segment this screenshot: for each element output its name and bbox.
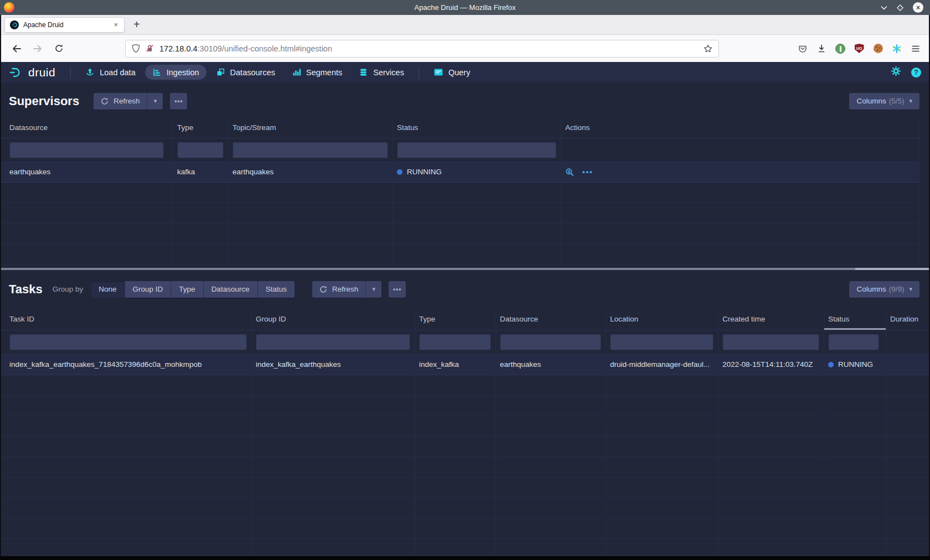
back-button[interactable]: [8, 44, 25, 54]
tab-close-button[interactable]: ×: [112, 20, 119, 29]
column-header-type[interactable]: Type: [173, 117, 229, 138]
filter-input-task-id[interactable]: [9, 334, 247, 350]
column-header-actions[interactable]: Actions: [561, 117, 919, 138]
column-header-group-id[interactable]: Group ID: [252, 308, 415, 330]
nav-item-query[interactable]: Query: [426, 65, 478, 80]
filter-input-topic-stream[interactable]: [232, 142, 388, 158]
druid-logo-icon: [9, 65, 23, 80]
column-header-task-id[interactable]: Task ID: [0, 308, 252, 330]
reload-button[interactable]: [50, 44, 68, 53]
supervisors-more-button[interactable]: •••: [170, 93, 187, 110]
empty-row: [0, 396, 930, 416]
nav-item-datasources[interactable]: Datasources: [209, 65, 282, 80]
cell-location: druid-middlemanager-defaul...: [606, 354, 719, 375]
column-header-status[interactable]: Status: [393, 117, 561, 138]
group-by-none-button[interactable]: None: [91, 281, 125, 298]
cell-status: RUNNING: [824, 354, 886, 375]
supervisor-row[interactable]: earthquakes kafka earthquakes RUNNING ••…: [0, 162, 919, 183]
inspect-magnifier-button[interactable]: [565, 168, 574, 177]
running-status-dot: [828, 362, 834, 367]
tracking-protection-shield-icon[interactable]: [131, 44, 141, 53]
nav-item-services[interactable]: Services: [352, 65, 411, 80]
supervisors-header: Supervisors Refresh ▾ ••• Columns (5/5) …: [0, 82, 930, 117]
group-by-type-button[interactable]: Type: [171, 281, 203, 298]
browser-tab-apache-druid[interactable]: Apache Druid ×: [4, 17, 125, 33]
nav-item-load-data[interactable]: Load data: [78, 65, 143, 80]
pocket-button[interactable]: [797, 43, 808, 54]
firefox-logo-icon: [4, 2, 14, 13]
new-tab-button[interactable]: +: [133, 18, 140, 31]
ublock-button[interactable]: UO: [854, 43, 865, 54]
window-edge: [0, 556, 930, 560]
group-by-group-id-button[interactable]: Group ID: [125, 281, 172, 298]
row-more-actions-button[interactable]: •••: [582, 168, 593, 176]
downloads-button[interactable]: [816, 43, 827, 54]
question-mark-icon: ?: [914, 69, 918, 76]
insecure-lock-icon[interactable]: [145, 44, 154, 53]
close-button[interactable]: ×: [913, 2, 923, 13]
empty-row: [0, 224, 919, 244]
maximize-button[interactable]: [897, 4, 903, 11]
group-by-status-button[interactable]: Status: [258, 281, 294, 298]
pocket-icon: [798, 44, 808, 54]
tasks-refresh-dropdown-button[interactable]: ▾: [365, 281, 381, 298]
column-header-datasource[interactable]: Datasource: [496, 308, 606, 330]
minimize-button[interactable]: [881, 6, 887, 10]
nav-item-ingestion[interactable]: Ingestion: [145, 65, 206, 80]
privacy-badger-button[interactable]: [835, 43, 846, 54]
filter-input-datasource[interactable]: [500, 334, 601, 350]
filter-input-type[interactable]: [177, 142, 224, 158]
column-header-topic-stream[interactable]: Topic/Stream: [229, 117, 393, 138]
filter-input-datasource[interactable]: [9, 142, 164, 158]
filter-input-type[interactable]: [419, 334, 491, 350]
reload-icon: [54, 44, 64, 53]
supervisors-columns-button[interactable]: Columns (5/5) ▾: [849, 93, 919, 110]
url-bar[interactable]: 172.18.0.4:30109/unified-console.html#in…: [125, 40, 719, 58]
bookmark-star-button[interactable]: [703, 44, 713, 54]
tasks-more-button[interactable]: •••: [389, 281, 406, 298]
column-header-duration[interactable]: Duration: [886, 308, 930, 330]
containers-button[interactable]: [891, 43, 902, 54]
forward-button[interactable]: [29, 44, 46, 54]
column-header-created-time[interactable]: Created time: [719, 308, 824, 330]
druid-nav-bar: druid Load data Ingestion Datasources Se…: [0, 62, 930, 82]
filter-input-created-time[interactable]: [722, 334, 819, 350]
empty-row: [0, 203, 919, 224]
cell-datasource: earthquakes: [496, 354, 606, 375]
supervisors-table: Datasource Type Topic/Stream Status Acti…: [0, 117, 919, 265]
nav-divider: [70, 66, 71, 79]
tab-title: Apache Druid: [23, 21, 112, 29]
browser-toolbar: 172.18.0.4:30109/unified-console.html#in…: [0, 34, 930, 62]
cell-task-id: index_kafka_earthquakes_7184357396d6c0a_…: [0, 354, 252, 375]
help-button[interactable]: ?: [911, 68, 921, 77]
filter-input-location[interactable]: [610, 334, 714, 350]
task-row[interactable]: index_kafka_earthquakes_7184357396d6c0a_…: [0, 354, 930, 375]
filter-input-status[interactable]: [397, 142, 556, 158]
supervisors-refresh-button[interactable]: Refresh: [94, 93, 147, 110]
druid-brand[interactable]: druid: [9, 65, 55, 80]
cell-status: RUNNING: [393, 162, 561, 182]
column-header-type[interactable]: Type: [415, 308, 496, 330]
close-icon: ×: [916, 4, 920, 12]
cookie-extension-button[interactable]: [872, 43, 884, 54]
upload-circle-icon: [85, 68, 95, 77]
empty-row: [0, 518, 930, 539]
scrollbar-thumb[interactable]: [855, 268, 930, 270]
column-header-location[interactable]: Location: [606, 308, 719, 330]
column-header-datasource[interactable]: Datasource: [0, 117, 173, 138]
tasks-columns-button[interactable]: Columns (9/9) ▾: [849, 281, 919, 298]
filter-input-group-id[interactable]: [256, 334, 410, 350]
tasks-refresh-button[interactable]: Refresh: [312, 281, 365, 298]
filter-input-status[interactable]: [828, 334, 879, 350]
supervisors-refresh-dropdown-button[interactable]: ▾: [147, 93, 163, 110]
tasks-title: Tasks: [9, 282, 43, 297]
group-by-datasource-button[interactable]: Datasource: [204, 281, 258, 298]
containers-asterisk-icon: [892, 44, 902, 54]
nav-item-segments[interactable]: Segments: [285, 65, 349, 80]
column-header-status-sorted[interactable]: Status: [824, 308, 886, 330]
cell-group-id: index_kafka_earthquakes: [252, 354, 415, 375]
menu-button[interactable]: [910, 43, 921, 54]
settings-gear-button[interactable]: [891, 66, 901, 79]
section-divider[interactable]: [0, 268, 930, 270]
console-icon: [433, 68, 443, 77]
